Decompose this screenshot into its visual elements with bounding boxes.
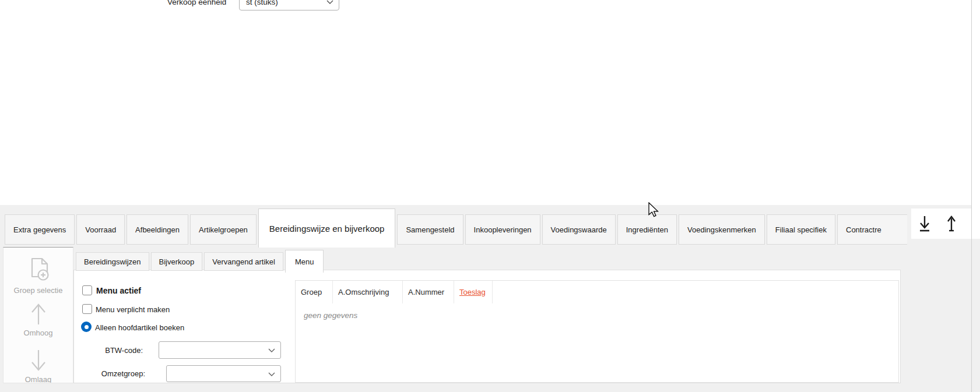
chevron-down-icon [268, 348, 275, 352]
alleen-hoofdartikel-label: Alleen hoofdartikel boeken [95, 323, 184, 332]
article-editor-window: Verkoop eenheid st (stuks) Extra gegeven… [0, 0, 980, 392]
subtab-bijverkoop[interactable]: Bijverkoop [151, 252, 203, 271]
arrow-down-icon [29, 348, 48, 373]
grid-header-row: Groep A.Omschrijving A.Nummer Toeslag [296, 281, 898, 303]
sub-tab-strip: Bereidingswijzen Bijverkoop Vervangend a… [76, 250, 324, 273]
omhoog-label: Omhoog [3, 329, 73, 337]
subtab-bereidingswijzen[interactable]: Bereidingswijzen [76, 252, 149, 271]
omlaag-label: Omlaag [3, 375, 73, 383]
alleen-hoofdartikel-radio[interactable] [81, 322, 92, 332]
tab-extra-gegevens[interactable]: Extra gegevens [5, 214, 75, 245]
tab-voorraad[interactable]: Voorraad [76, 214, 125, 245]
tab-afbeeldingen[interactable]: Afbeeldingen [127, 214, 188, 245]
tab-contractregels[interactable]: Contractre [837, 214, 907, 245]
btw-code-label: BTW-code: [74, 346, 143, 355]
tab-inkoopleveringen[interactable]: Inkoopleveringen [465, 214, 540, 245]
radio-dot [85, 325, 89, 329]
group-select-document-plus-icon [25, 256, 52, 284]
top-form-area: Verkoop eenheid st (stuks) [0, 0, 971, 205]
left-toolbar: Groep selectie Omhoog Omlaag [3, 247, 73, 383]
arrow-up-from-bar-icon [945, 213, 958, 234]
subtab-menu[interactable]: Menu [285, 250, 324, 273]
tab-ingredienten[interactable]: Ingrediënten [617, 214, 677, 245]
groep-selectie-button[interactable]: Groep selectie [3, 256, 73, 295]
menu-verplicht-checkbox[interactable] [82, 304, 92, 314]
grid-empty-message: geen gegevens [304, 311, 357, 320]
menu-actief-label: Menu actief [96, 286, 141, 295]
tab-filiaal-specifiek[interactable]: Filiaal specifiek [767, 214, 835, 245]
main-tab-strip: Extra gegevens Voorraad Afbeeldingen Art… [5, 209, 907, 248]
arrow-down-to-bar-icon [918, 213, 931, 234]
sale-unit-value: st (stuks) [240, 0, 278, 6]
btw-code-dropdown[interactable] [159, 341, 281, 359]
mouse-cursor [648, 202, 661, 220]
menu-verplicht-label: Menu verplicht maken [96, 305, 170, 314]
tab-voedingskenmerken[interactable]: Voedingskenmerken [679, 214, 765, 245]
subtab-vervangend-artikel[interactable]: Vervangend artikel [204, 252, 283, 271]
column-header-groep[interactable]: Groep [296, 281, 333, 303]
tab-scroll-panel [911, 209, 971, 239]
column-header-filler [493, 281, 898, 303]
column-header-a-nummer[interactable]: A.Nummer [403, 281, 454, 303]
tab-voedingswaarde[interactable]: Voedingswaarde [542, 214, 616, 245]
chevron-down-icon [268, 372, 275, 376]
scroll-tabs-down-button[interactable] [911, 211, 938, 236]
scroll-tabs-up-button[interactable] [938, 211, 965, 236]
chevron-down-icon [326, 0, 333, 4]
omhoog-button[interactable]: Omhoog [3, 301, 73, 337]
column-header-toeslag-link[interactable]: Toeslag [454, 281, 493, 303]
omzetgroep-dropdown[interactable] [166, 365, 281, 382]
window-right-margin [972, 0, 980, 239]
omzetgroep-label: Omzetgroep: [74, 369, 145, 378]
menu-actief-checkbox[interactable] [82, 285, 92, 295]
menu-tab-panel: Menu actief Menu verplicht maken Alleen … [73, 270, 901, 383]
omlaag-button[interactable]: Omlaag [3, 348, 73, 383]
column-header-a-omschrijving[interactable]: A.Omschrijving [333, 281, 403, 303]
sale-unit-label: Verkoop eenheid [167, 0, 226, 6]
menu-articles-grid: Groep A.Omschrijving A.Nummer Toeslag ge… [295, 280, 899, 383]
tab-samengesteld[interactable]: Samengesteld [397, 214, 463, 245]
sale-unit-dropdown[interactable]: st (stuks) [239, 0, 339, 10]
arrow-up-icon [29, 301, 48, 327]
tab-artikelgroepen[interactable]: Artikelgroepen [190, 214, 257, 245]
groep-selectie-label: Groep selectie [3, 286, 73, 295]
tab-bereidingswijze-en-bijverkoop[interactable]: Bereidingswijze en bijverkoop [258, 209, 396, 248]
